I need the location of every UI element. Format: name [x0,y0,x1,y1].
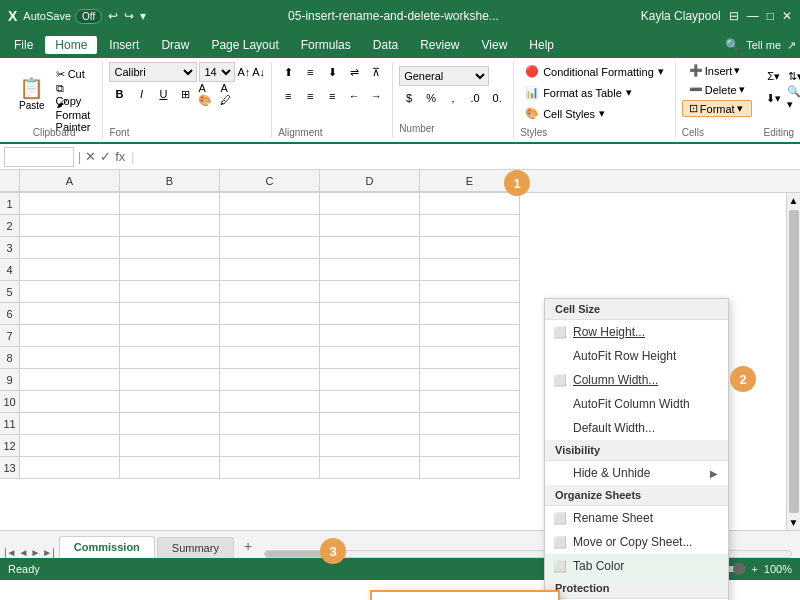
scroll-thumb[interactable] [789,210,799,513]
cell-E7[interactable] [420,325,520,347]
scroll-down-arrow[interactable]: ▼ [789,517,799,528]
row-header-3[interactable]: 3 [0,237,20,259]
vertical-scrollbar[interactable]: ▲ ▼ [786,193,800,530]
cell-A3[interactable] [20,237,120,259]
comma-button[interactable]: , [443,88,463,108]
autosum-button[interactable]: Σ▾ [764,66,784,86]
menu-home[interactable]: Home [45,36,97,54]
hide-unhide-item[interactable]: Hide & Unhide ▶ [545,461,728,485]
align-bottom[interactable]: ⬇ [322,62,342,82]
row-header-11[interactable]: 11 [0,413,20,435]
align-left[interactable]: ≡ [278,86,298,106]
wrap-text[interactable]: ⇌ [344,62,364,82]
align-center[interactable]: ≡ [300,86,320,106]
cell-B9[interactable] [120,369,220,391]
cell-C8[interactable] [220,347,320,369]
cell-E6[interactable] [420,303,520,325]
align-right[interactable]: ≡ [322,86,342,106]
row-header-4[interactable]: 4 [0,259,20,281]
cell-C6[interactable] [220,303,320,325]
increase-decimal[interactable]: .0 [465,88,485,108]
autofit-row-item[interactable]: AutoFit Row Height [545,344,728,368]
cell-A9[interactable] [20,369,120,391]
cell-A11[interactable] [20,413,120,435]
decrease-font-size[interactable]: A↓ [252,66,265,78]
tab-color-item[interactable]: ⬜ Tab Color [545,554,728,578]
cell-styles-button[interactable]: 🎨 Cell Styles ▾ [520,104,669,123]
cell-A12[interactable] [20,435,120,457]
conditional-formatting-button[interactable]: 🔴 Conditional Formatting ▾ [520,62,669,81]
cell-B4[interactable] [120,259,220,281]
autosave-toggle[interactable]: Off [75,9,102,24]
move-copy-item[interactable]: ⬜ Move or Copy Sheet... [545,530,728,554]
add-sheet-button[interactable]: + [236,534,260,558]
font-name-dropdown[interactable]: Calibri [109,62,197,82]
cell-B11[interactable] [120,413,220,435]
cancel-formula-icon[interactable]: ✕ [85,149,96,164]
zoom-in-button[interactable]: + [751,563,757,575]
cell-C11[interactable] [220,413,320,435]
cell-B3[interactable] [120,237,220,259]
cell-B5[interactable] [120,281,220,303]
cell-D3[interactable] [320,237,420,259]
default-width-item[interactable]: Default Width... [545,416,728,440]
cell-B10[interactable] [120,391,220,413]
cell-C5[interactable] [220,281,320,303]
cell-E11[interactable] [420,413,520,435]
cell-E2[interactable] [420,215,520,237]
menu-page-layout[interactable]: Page Layout [201,36,288,54]
cell-E8[interactable] [420,347,520,369]
row-header-12[interactable]: 12 [0,435,20,457]
cell-D10[interactable] [320,391,420,413]
row-header-6[interactable]: 6 [0,303,20,325]
cell-E4[interactable] [420,259,520,281]
format-painter-button[interactable]: 🖌 Format Painter [52,106,95,124]
insert-cells-button[interactable]: ➕ Insert ▾ [682,62,752,79]
formula-input[interactable] [140,150,796,164]
cell-C10[interactable] [220,391,320,413]
find-select-button[interactable]: 🔍▾ [786,88,800,108]
cut-button[interactable]: ✂ Cut [52,66,95,84]
currency-button[interactable]: $ [399,88,419,108]
bold-button[interactable]: B [109,84,129,104]
cell-B1[interactable] [120,193,220,215]
tell-me-label[interactable]: Tell me [746,39,781,51]
cell-E1[interactable] [420,193,520,215]
cell-D2[interactable] [320,215,420,237]
sort-filter-button[interactable]: ⇅▾ [786,66,800,86]
cell-D1[interactable] [320,193,420,215]
col-header-d[interactable]: D [320,170,420,192]
minimize-button[interactable]: — [747,9,759,23]
menu-help[interactable]: Help [519,36,564,54]
cell-B12[interactable] [120,435,220,457]
cell-D4[interactable] [320,259,420,281]
commission-tab[interactable]: Commission [59,536,155,558]
cell-A8[interactable] [20,347,120,369]
autofit-col-item[interactable]: AutoFit Column Width [545,392,728,416]
cell-B6[interactable] [120,303,220,325]
cell-C1[interactable] [220,193,320,215]
cell-D7[interactable] [320,325,420,347]
decrease-decimal[interactable]: 0. [487,88,507,108]
cell-A4[interactable] [20,259,120,281]
row-header-7[interactable]: 7 [0,325,20,347]
rename-sheet-item[interactable]: ⬜ Rename Sheet [545,506,728,530]
fill-button[interactable]: ⬇▾ [764,88,784,108]
cell-D6[interactable] [320,303,420,325]
percent-button[interactable]: % [421,88,441,108]
cell-B8[interactable] [120,347,220,369]
row-header-10[interactable]: 10 [0,391,20,413]
row-header-8[interactable]: 8 [0,347,20,369]
column-width-item[interactable]: ⬜ Column Width... [545,368,728,392]
row-header-13[interactable]: 13 [0,457,20,479]
cell-C2[interactable] [220,215,320,237]
menu-formulas[interactable]: Formulas [291,36,361,54]
cell-B7[interactable] [120,325,220,347]
underline-button[interactable]: U [153,84,173,104]
cell-D8[interactable] [320,347,420,369]
menu-view[interactable]: View [472,36,518,54]
delete-cells-button[interactable]: ➖ Delete ▾ [682,81,752,98]
cell-B13[interactable] [120,457,220,479]
cell-D12[interactable] [320,435,420,457]
scroll-up-arrow[interactable]: ▲ [789,195,799,206]
